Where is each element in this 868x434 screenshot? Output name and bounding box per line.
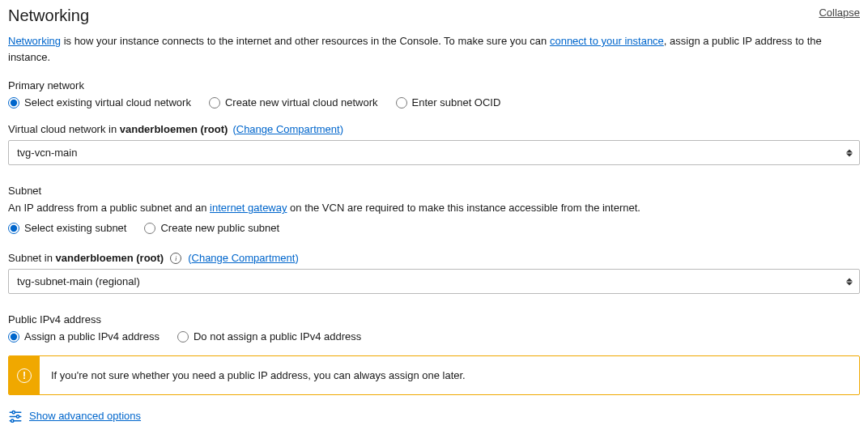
sliders-icon (8, 408, 23, 423)
vcn-select[interactable]: tvg-vcn-main (8, 140, 860, 165)
primary-network-label: Primary network (8, 79, 860, 91)
public-ip-label: Public IPv4 address (8, 313, 860, 326)
radio-enter-ocid-input[interactable] (396, 97, 407, 108)
networking-link[interactable]: Networking (8, 35, 61, 47)
radio-assign-ip-input[interactable] (8, 331, 19, 343)
radio-create-vcn[interactable]: Create new virtual cloud network (209, 96, 378, 108)
radio-noassign-ip[interactable]: Do not assign a public IPv4 address (177, 330, 361, 343)
select-caret-icon (846, 278, 853, 285)
section-title: Networking (8, 6, 89, 25)
radio-create-subnet-input[interactable] (144, 223, 155, 234)
select-caret-icon (846, 149, 853, 156)
svg-point-3 (16, 415, 19, 418)
subnet-select-value: tvg-subnet-main (regional) (17, 275, 140, 287)
ip-notice: ! If you're not sure whether you need a … (8, 355, 860, 395)
radio-create-subnet[interactable]: Create new public subnet (144, 222, 279, 234)
radio-create-vcn-input[interactable] (209, 97, 220, 108)
collapse-link[interactable]: Collapse (819, 6, 860, 19)
radio-existing-subnet-input[interactable] (8, 223, 19, 234)
radio-existing-vcn-input[interactable] (8, 97, 19, 108)
subnet-label-row: Subnet in vanderbloemen (root) i (Change… (8, 252, 860, 264)
info-icon[interactable]: i (170, 253, 181, 264)
subnet-section-label: Subnet (8, 185, 860, 197)
intro-text: Networking is how your instance connects… (8, 33, 860, 65)
connect-to-instance-link[interactable]: connect to your instance (550, 35, 664, 47)
internet-gateway-link[interactable]: internet gateway (210, 202, 287, 214)
warning-icon: ! (17, 368, 32, 383)
radio-assign-ip[interactable]: Assign a public IPv4 address (8, 330, 160, 343)
vcn-select-value: tvg-vcn-main (17, 147, 77, 159)
notice-text: If you're not sure whether you need a pu… (40, 356, 859, 394)
vcn-change-compartment-link[interactable]: Change Compartment (236, 123, 340, 135)
radio-existing-vcn[interactable]: Select existing virtual cloud network (8, 96, 191, 108)
subnet-change-compartment-link[interactable]: Change Compartment (192, 252, 296, 264)
subnet-select[interactable]: tvg-subnet-main (regional) (8, 269, 860, 294)
radio-noassign-ip-input[interactable] (177, 331, 189, 343)
show-advanced-options-link[interactable]: Show advanced options (29, 410, 141, 422)
svg-point-1 (12, 411, 15, 414)
radio-enter-ocid[interactable]: Enter subnet OCID (396, 96, 501, 108)
subnet-intro: An IP address from a public subnet and a… (8, 202, 860, 214)
radio-existing-subnet[interactable]: Select existing subnet (8, 222, 126, 234)
svg-point-5 (11, 419, 14, 422)
vcn-label-row: Virtual cloud network in vanderbloemen (… (8, 123, 860, 135)
